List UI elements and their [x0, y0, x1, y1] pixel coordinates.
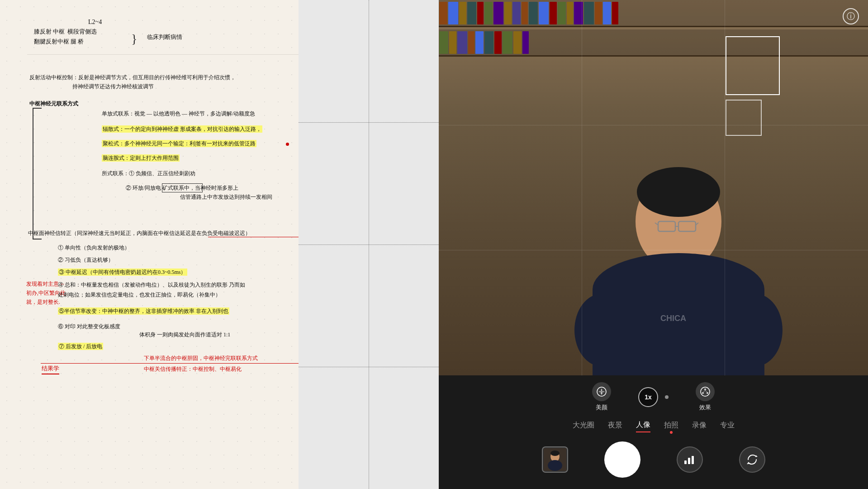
- red-dot-1: [286, 143, 289, 146]
- svg-line-19: [703, 390, 705, 392]
- notebook-panel: L2~4 膝反射 中枢 横段背侧选 翻腱反射中枢 腿 桥 } 临床判断病情 反射…: [0, 0, 299, 489]
- bar-chart-icon: [683, 454, 696, 465]
- note-brace: }: [131, 29, 137, 49]
- body-focus-box: [726, 100, 762, 136]
- note-l3: 翻腱反射中枢 腿 桥: [34, 37, 84, 46]
- svg-rect-26: [688, 458, 690, 464]
- grid-overlay: [299, 0, 439, 489]
- divider-1: [27, 54, 299, 55]
- svg-point-16: [704, 388, 706, 390]
- camera-view: CHICA ⓘ: [439, 0, 868, 375]
- svg-text:CHICA: CHICA: [660, 314, 686, 323]
- note-l2: 膝反射 中枢 横段背侧选: [34, 27, 97, 36]
- svg-point-13: [728, 294, 783, 366]
- note-t7: ⑦ 后发放 / 后放电: [58, 342, 103, 351]
- note-red-bottom1: 下单半流合的中枢胆固，中枢神经完联联系方式: [144, 354, 258, 363]
- effects-label: 效果: [699, 403, 711, 412]
- note-neural-title: 中枢神经元联系方式: [29, 100, 78, 108]
- zoom-control: 1x: [638, 387, 669, 407]
- cam-grid-h2: [439, 250, 868, 250]
- svg-marker-29: [747, 462, 749, 464]
- note-results: 结果学: [42, 364, 59, 374]
- note-red-bottom2: 中枢关信传播特正：中枢控制、中枢易化: [144, 365, 242, 374]
- note-t2: ② 习低负（直达机够）: [58, 256, 114, 264]
- svg-point-12: [574, 294, 629, 366]
- flip-camera-button[interactable]: [739, 446, 765, 473]
- note-converge: 聚松式：多个神神经元同一个输定：利|签有一对抗来的低管泛路: [102, 139, 256, 148]
- camera-controls-area: 美颜 1x 效: [439, 375, 868, 489]
- shutter-inner: [607, 444, 638, 475]
- note-discharge2: 信管通路上中市发放达到持续一发相间: [180, 193, 272, 201]
- svg-point-18: [707, 392, 708, 394]
- shutter-area: [542, 439, 765, 480]
- thumbnail-preview: [544, 448, 566, 471]
- flip-camera-icon: [746, 453, 759, 466]
- svg-point-5: [637, 167, 720, 217]
- svg-line-20: [705, 390, 707, 392]
- effects-button[interactable]: 效果: [696, 382, 715, 412]
- face-focus-box: [726, 36, 780, 95]
- note-l4: 临床判断病情: [147, 33, 182, 42]
- thumbnail-button[interactable]: [542, 446, 568, 473]
- svg-point-23: [548, 460, 562, 471]
- note-title: L2~4: [88, 17, 102, 27]
- underline-1: [208, 237, 299, 237]
- note-t3: ③ 中枢延迟（中间有传情电密奶超迟约在0.3~0.5ms）: [58, 268, 187, 277]
- note-single: 单放式联系：视觉 — 以他透明色 — 神经节，多边调解/动额度急: [102, 110, 255, 118]
- tab-portrait[interactable]: 人像: [636, 418, 650, 432]
- cam-grid-h1: [439, 125, 868, 125]
- bracket-main: [33, 108, 33, 239]
- tab-video[interactable]: 录像: [692, 419, 707, 432]
- zoom-dot: [665, 395, 669, 399]
- person-silhouette: CHICA: [439, 0, 868, 375]
- cam-grid-v1: [582, 0, 582, 375]
- svg-rect-27: [692, 456, 694, 464]
- box-discharge: [162, 183, 203, 192]
- note-t6: ⑥ 对印 对此整变化板感度: [58, 322, 120, 331]
- note-l6: 持神经调节还达传力神经核波调节: [72, 82, 154, 91]
- bracket-bottom: [33, 239, 42, 240]
- note-reflex-title: 反射活动中枢控制：反射是神经调节方式，但互用目的行传神经维可利用于介绍次惯，: [29, 73, 236, 82]
- mode-tabs: 大光圈 夜景 人像 拍照 录像 专业: [573, 418, 735, 432]
- tab-wide[interactable]: 大光圈: [573, 419, 594, 432]
- svg-point-17: [702, 392, 704, 394]
- svg-rect-25: [684, 460, 687, 464]
- note-t1: ① 单向性（负向发射的极地）: [58, 244, 130, 252]
- note-trans-title: 中枢面神经信转正（同深神经速元当时延正，内脑面在中枢信达延迟是在负负受电磁波迟迟…: [28, 229, 251, 237]
- notes-area: L2~4 膝反射 中枢 横段背侧选 翻腱反射中枢 腿 桥 } 临床判断病情 反射…: [14, 9, 285, 480]
- notebook-content: L2~4 膝反射 中枢 横段背侧选 翻腱反射中枢 腿 桥 } 临床判断病情 反射…: [0, 0, 299, 489]
- zoom-level-text: 1x: [645, 393, 652, 401]
- grid-panel: [299, 0, 439, 489]
- zoom-button[interactable]: 1x: [638, 387, 658, 407]
- tab-pro[interactable]: 专业: [720, 419, 735, 432]
- svg-point-24: [550, 451, 560, 456]
- info-button[interactable]: ⓘ: [843, 8, 859, 24]
- note-t4b: 处刺电位；如果发信也定量电位，也发住正抽位，即易化（补集中）: [58, 291, 221, 299]
- beauty-label: 美颜: [596, 403, 607, 412]
- note-t6b: 体积身 一则肉揭发处向面作道适对 1:1: [139, 331, 230, 339]
- stats-button[interactable]: [677, 446, 703, 473]
- tab-night[interactable]: 夜景: [608, 419, 622, 432]
- red-line-bottom: [41, 363, 299, 364]
- shutter-button[interactable]: [604, 441, 640, 478]
- cam-grid-v2: [725, 0, 725, 375]
- note-t5: ⑤半信节率改变：中神中枢的整齐，这非插穿维冲的效率 非在入别到也: [58, 307, 229, 316]
- svg-marker-28: [756, 455, 758, 457]
- grid-v1: [369, 0, 369, 489]
- effects-icon: [696, 382, 715, 401]
- note-red-3: 就，是对整长.: [26, 298, 60, 306]
- photo-dot: [670, 431, 673, 434]
- top-controls-row: 美颜 1x 效: [592, 382, 715, 412]
- note-diverge: 辐散式：一个的定向到神神经虚 形成案条，对抗引达的输入泛路，: [102, 125, 262, 134]
- beauty-icon: [592, 382, 611, 401]
- bracket-top: [33, 108, 42, 109]
- camera-panel[interactable]: CHICA ⓘ: [439, 0, 868, 489]
- beauty-button[interactable]: 美颜: [592, 382, 611, 412]
- note-t4: ④ 总和：中枢量发也相信（发被动作电位）、以及枝徒为入别生的联形 乃而如: [58, 281, 245, 289]
- note-loop: 所式联系：① 负频信、正压信经刺剧劝: [102, 169, 195, 178]
- note-chain: 脑连胺式：定则上打大作用范围: [102, 154, 180, 163]
- tab-photo[interactable]: 拍照: [664, 419, 678, 432]
